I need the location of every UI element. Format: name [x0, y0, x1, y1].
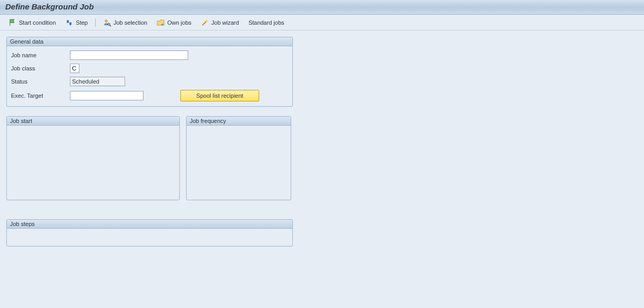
- general-data-panel: General data Job name Job class Status E…: [6, 37, 293, 107]
- content-area: General data Job name Job class Status E…: [0, 30, 644, 262]
- status-field: [70, 77, 125, 86]
- job-wizard-button[interactable]: Job wizard: [198, 17, 242, 28]
- svg-point-0: [67, 20, 69, 23]
- job-name-label: Job name: [11, 52, 70, 58]
- job-selection-label: Job selection: [114, 19, 147, 26]
- job-start-header: Job start: [7, 117, 179, 126]
- footsteps-icon: [65, 18, 74, 27]
- general-data-header: General data: [7, 37, 292, 46]
- own-jobs-button[interactable]: Own jobs: [154, 17, 195, 28]
- job-frequency-panel: Job frequency: [186, 116, 291, 200]
- status-label: Status: [11, 78, 70, 85]
- standard-jobs-label: Standard jobs: [249, 19, 284, 26]
- job-steps-body: [7, 229, 292, 235]
- job-steps-panel: Job steps: [6, 219, 293, 247]
- job-frequency-body: [187, 126, 291, 132]
- exec-target-label: Exec. Target: [11, 93, 70, 99]
- standard-jobs-button[interactable]: Standard jobs: [246, 18, 288, 27]
- start-condition-button[interactable]: Start condition: [5, 17, 59, 28]
- wizard-wand-icon: [201, 18, 209, 27]
- exec-target-input[interactable]: [70, 91, 144, 100]
- title-bar: Define Background Job: [0, 0, 644, 15]
- svg-point-1: [69, 22, 71, 25]
- separator: [95, 18, 96, 27]
- svg-point-2: [105, 19, 107, 22]
- start-condition-label: Start condition: [19, 19, 56, 26]
- job-start-panel: Job start: [6, 116, 180, 200]
- flag-icon: [8, 18, 17, 27]
- svg-line-6: [202, 21, 207, 25]
- job-wizard-label: Job wizard: [211, 19, 239, 26]
- step-button[interactable]: Step: [62, 17, 91, 28]
- toolbar: Start condition Step Job selection Own j…: [0, 15, 644, 30]
- folder-person-icon: [157, 18, 165, 27]
- job-selection-button[interactable]: Job selection: [100, 17, 150, 28]
- job-name-input[interactable]: [70, 50, 188, 60]
- job-class-label: Job class: [11, 65, 70, 71]
- job-class-input[interactable]: [70, 64, 79, 73]
- svg-point-3: [108, 23, 110, 25]
- page-title: Define Background Job: [5, 2, 639, 11]
- own-jobs-label: Own jobs: [167, 19, 191, 26]
- svg-line-4: [109, 25, 111, 26]
- person-search-icon: [103, 18, 111, 27]
- svg-point-5: [162, 22, 163, 24]
- job-frequency-header: Job frequency: [187, 117, 291, 126]
- spool-list-recipient-button[interactable]: Spool list recipient: [180, 90, 259, 101]
- job-start-body: [7, 126, 179, 132]
- step-label: Step: [76, 19, 88, 26]
- job-steps-header: Job steps: [7, 220, 292, 229]
